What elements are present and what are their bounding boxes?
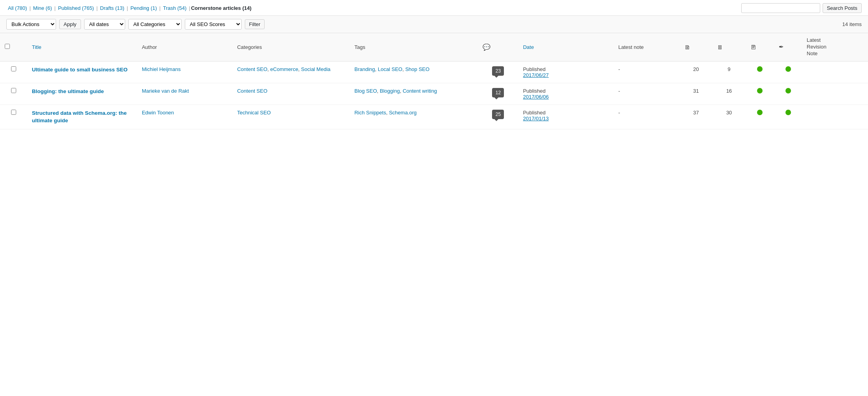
row-title-cell: Blogging: the ultimate guide bbox=[27, 83, 137, 105]
seo-score-dot bbox=[757, 110, 763, 115]
tag-link[interactable]: Content writing bbox=[403, 88, 437, 94]
post-title-link[interactable]: Blogging: the ultimate guide bbox=[32, 88, 104, 94]
search-area: Search Posts bbox=[741, 3, 862, 13]
row-checkbox-cell bbox=[0, 105, 27, 129]
row-date-cell: Published2017/01/13 bbox=[518, 105, 613, 129]
tag-link[interactable]: Branding bbox=[354, 66, 375, 72]
edit-icon: ✒ bbox=[779, 43, 784, 50]
table-header-row: Title Author Categories Tags 💬 Date Late… bbox=[0, 33, 868, 61]
action-bar: Bulk Actions Apply All dates All Categor… bbox=[0, 16, 868, 33]
row-author-cell: Marieke van de Rakt bbox=[137, 83, 232, 105]
row-checkbox[interactable] bbox=[11, 66, 16, 71]
row-checkbox-cell bbox=[0, 61, 27, 83]
row-num2-cell: 9 bbox=[712, 61, 746, 83]
author-link[interactable]: Edwin Toonen bbox=[142, 110, 174, 116]
row-latest-note-cell: - bbox=[614, 83, 680, 105]
tag-link[interactable]: Blog SEO bbox=[354, 88, 377, 94]
row-author-cell: Michiel Heijmans bbox=[137, 61, 232, 83]
category-link[interactable]: Content SEO bbox=[237, 88, 267, 94]
col-title-header[interactable]: Title bbox=[27, 33, 137, 61]
col-rev-note-header: LatestRevisionNote bbox=[802, 33, 868, 61]
tag-link[interactable]: Shop SEO bbox=[405, 66, 429, 72]
tag-link[interactable]: Local SEO bbox=[378, 66, 402, 72]
comment-badge[interactable]: 25 bbox=[492, 110, 504, 119]
col-date-header[interactable]: Date bbox=[518, 33, 613, 61]
col-num1-header: 🗎 bbox=[680, 33, 713, 61]
row-rev-note-cell bbox=[802, 61, 868, 83]
author-link[interactable]: Marieke van de Rakt bbox=[142, 88, 189, 94]
row-date-cell: Published2017/06/27 bbox=[518, 61, 613, 83]
filter-drafts[interactable]: Drafts (13) bbox=[100, 5, 124, 11]
filter-trash[interactable]: Trash (54) bbox=[163, 5, 186, 11]
row-seo-score-cell bbox=[746, 61, 774, 83]
category-link[interactable]: Content SEO bbox=[237, 66, 267, 72]
all-seo-scores-select[interactable]: All SEO Scores bbox=[185, 19, 242, 30]
select-all-checkbox[interactable] bbox=[5, 44, 10, 49]
row-categories-cell: Technical SEO bbox=[232, 105, 349, 129]
col-num2-header: 🗏 bbox=[712, 33, 746, 61]
post-status: Published bbox=[523, 110, 545, 116]
col-categories-header: Categories bbox=[232, 33, 349, 61]
post-date[interactable]: 2017/06/27 bbox=[523, 72, 549, 78]
search-input[interactable] bbox=[741, 3, 820, 13]
apply-button[interactable]: Apply bbox=[59, 19, 81, 29]
post-date[interactable]: 2017/06/06 bbox=[523, 94, 549, 100]
comment-badge[interactable]: 23 bbox=[492, 66, 504, 76]
filter-pending[interactable]: Pending (1) bbox=[130, 5, 157, 11]
table-row: Blogging: the ultimate guideMarieke van … bbox=[0, 83, 868, 105]
row-author-cell: Edwin Toonen bbox=[137, 105, 232, 129]
comment-icon: 💬 bbox=[483, 44, 490, 50]
category-link[interactable]: Social Media bbox=[301, 66, 330, 72]
seo-score-dot bbox=[757, 88, 763, 93]
author-link[interactable]: Michiel Heijmans bbox=[142, 66, 180, 72]
category-link[interactable]: Technical SEO bbox=[237, 110, 271, 116]
comment-badge[interactable]: 12 bbox=[492, 88, 504, 97]
seo-icon: 🖹 bbox=[750, 44, 756, 50]
filter-all[interactable]: All (780) bbox=[8, 5, 27, 11]
row-categories-cell: Content SEO, eCommerce, Social Media bbox=[232, 61, 349, 83]
readability-score-dot bbox=[785, 88, 791, 93]
row-date-cell: Published2017/06/06 bbox=[518, 83, 613, 105]
row-seo-score-cell bbox=[746, 83, 774, 105]
tag-link[interactable]: Schema.org bbox=[389, 110, 417, 116]
filter-published[interactable]: Published (765) bbox=[58, 5, 94, 11]
export-icon: 🗎 bbox=[684, 44, 690, 50]
row-checkbox[interactable] bbox=[11, 110, 16, 115]
col-readability-header: ✒ bbox=[774, 33, 802, 61]
posts-table: Title Author Categories Tags 💬 Date Late… bbox=[0, 33, 868, 129]
col-select-all[interactable] bbox=[0, 33, 27, 61]
row-tags-cell: Blog SEO, Blogging, Content writing bbox=[349, 83, 478, 105]
row-categories-cell: Content SEO bbox=[232, 83, 349, 105]
row-latest-note-cell: - bbox=[614, 105, 680, 129]
item-count: 14 items bbox=[842, 21, 862, 27]
row-rev-note-cell bbox=[802, 83, 868, 105]
filter-links: All (780) | Mine (6) | Published (765) |… bbox=[6, 5, 252, 11]
row-seo-score-cell bbox=[746, 105, 774, 129]
row-num1-cell: 37 bbox=[680, 105, 713, 129]
row-title-cell: Structured data with Schema.org: the ult… bbox=[27, 105, 137, 129]
row-readability-cell bbox=[774, 105, 802, 129]
tag-link[interactable]: Blogging bbox=[380, 88, 400, 94]
bulk-actions-select[interactable]: Bulk Actions bbox=[6, 19, 56, 30]
row-num1-cell: 20 bbox=[680, 61, 713, 83]
seo-score-dot bbox=[757, 66, 763, 72]
row-tags-cell: Rich Snippets, Schema.org bbox=[349, 105, 478, 129]
table-body: Ultimate guide to small business SEOMich… bbox=[0, 61, 868, 129]
post-date[interactable]: 2017/01/13 bbox=[523, 116, 549, 121]
post-title-link[interactable]: Structured data with Schema.org: the ult… bbox=[32, 110, 127, 123]
tag-link[interactable]: Rich Snippets bbox=[354, 110, 386, 116]
row-readability-cell bbox=[774, 83, 802, 105]
filter-mine[interactable]: Mine (6) bbox=[33, 5, 52, 11]
post-status: Published bbox=[523, 66, 545, 72]
all-dates-select[interactable]: All dates bbox=[84, 19, 125, 30]
col-author-header: Author bbox=[137, 33, 232, 61]
row-checkbox[interactable] bbox=[11, 88, 16, 93]
filter-button[interactable]: Filter bbox=[245, 19, 265, 29]
all-categories-select[interactable]: All Categories bbox=[128, 19, 182, 30]
post-title-link[interactable]: Ultimate guide to small business SEO bbox=[32, 67, 128, 73]
row-title-cell: Ultimate guide to small business SEO bbox=[27, 61, 137, 83]
row-latest-note-cell: - bbox=[614, 61, 680, 83]
row-rev-note-cell bbox=[802, 105, 868, 129]
search-posts-button[interactable]: Search Posts bbox=[823, 3, 862, 13]
category-link[interactable]: eCommerce bbox=[270, 66, 298, 72]
